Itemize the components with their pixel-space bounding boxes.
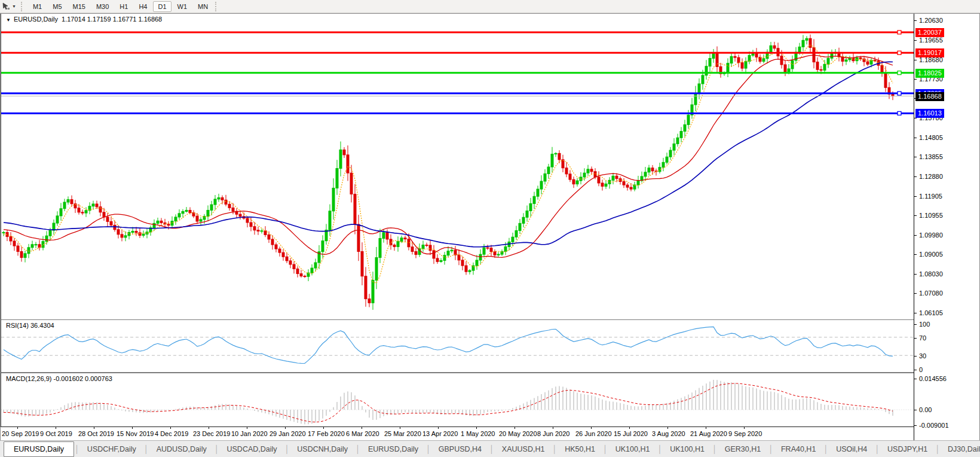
date-tick-8: [323, 427, 324, 429]
chart-tab-uk100-h1[interactable]: UK100,H1: [663, 443, 712, 456]
chart-tab-xauusd-h1[interactable]: XAUUSD,H1: [495, 443, 552, 456]
chart-tab-usdcnh-daily[interactable]: USDCNH,Daily: [290, 443, 355, 456]
date-label-13: 20 May 2020: [499, 430, 537, 437]
toolbar-grip-end: [215, 2, 218, 11]
candles-layer: [2, 35, 894, 310]
price-tick-0-tick: [914, 20, 917, 21]
date-tick-4: [170, 427, 171, 429]
chart-tab-fra40-h1[interactable]: FRA40,H1: [774, 443, 823, 456]
macd-panel[interactable]: MACD(12,26,9) -0.001602 0.000763: [1, 372, 914, 426]
tab-separator: │: [602, 445, 608, 453]
tab-separator: │: [657, 445, 663, 453]
rsi-label: RSI(14) 36.4304: [6, 322, 54, 329]
price-axis[interactable]: 1.206301.196551.186801.177301.167551.157…: [914, 14, 979, 441]
price-tick-7: 1.13855: [919, 153, 943, 161]
date-axis[interactable]: 20 Sep 20199 Oct 201928 Oct 201915 Nov 2…: [1, 426, 914, 441]
timeframe-button-h1[interactable]: H1: [115, 1, 133, 12]
timeframe-buttons: M1M5M15M30H1H4D1W1MN: [27, 1, 213, 12]
price-tick-6-tick: [914, 138, 917, 138]
price-tick-12-tick: [914, 254, 917, 255]
chart-tab-usdcad-daily[interactable]: USDCAD,Daily: [219, 443, 284, 456]
date-label-2: 28 Oct 2019: [78, 430, 114, 437]
date-label-18: 21 Aug 2020: [690, 430, 727, 437]
toolbar-grip: [21, 2, 24, 11]
price-tick-2-tick: [914, 60, 917, 60]
date-label-15: 26 Jun 2020: [575, 430, 612, 437]
chart-tab-eurusd-daily[interactable]: EURUSD,Daily: [4, 441, 74, 457]
chart-tab-hk50-h1[interactable]: HK50,H1: [558, 443, 602, 456]
main-chart-panel[interactable]: ▼EURUSD,Daily 1.17014 1.17159 1.16771 1.…: [1, 14, 914, 319]
price-tick-1: 1.19655: [919, 36, 943, 44]
chart-tab-usdjpy-h1[interactable]: USDJPY,H1: [880, 443, 935, 456]
level-handle-0: [898, 31, 901, 34]
date-tick-11: [438, 427, 439, 429]
price-tick-10-tick: [914, 215, 917, 216]
date-tick-2: [94, 427, 94, 429]
date-tick-12: [476, 427, 477, 429]
chart-tab-bar: EURUSD,Daily│USDCHF,Daily│AUDUSD,Daily│U…: [0, 440, 980, 457]
chart-tab-ger30-h1[interactable]: GER30,H1: [718, 443, 768, 456]
price-tick-6: 1.14805: [919, 133, 943, 142]
ma-mid-line: [4, 55, 893, 257]
level-price-badge-2[interactable]: 1.18025: [915, 69, 944, 78]
rsi-tick-3: 0: [919, 365, 923, 374]
timeframe-button-h4[interactable]: H4: [134, 1, 152, 12]
level-price-badge-0[interactable]: 1.20037: [915, 28, 944, 37]
timeframe-button-m30[interactable]: M30: [91, 1, 114, 12]
chart-tab-eurusd-daily[interactable]: EURUSD,Daily: [361, 443, 425, 456]
macd-label: MACD(12,26,9) -0.001602 0.000763: [6, 375, 112, 382]
rsi-tick-1: 70: [919, 334, 926, 342]
date-label-9: 6 Mar 2020: [346, 430, 379, 437]
date-label-1: 9 Oct 2019: [40, 430, 72, 437]
timeframe-button-m15[interactable]: M15: [68, 1, 90, 12]
timeframe-button-m5[interactable]: M5: [48, 1, 66, 12]
tool-dropdown-caret[interactable]: ▼: [11, 4, 19, 8]
date-tick-7: [285, 427, 286, 429]
chart-tab-usoil-h4[interactable]: USOil,H4: [829, 443, 874, 456]
tab-separator: │: [712, 445, 718, 453]
level-price-badge-1[interactable]: 1.19017: [915, 48, 944, 57]
date-label-10: 25 Mar 2020: [384, 430, 421, 437]
tab-separator: │: [214, 445, 220, 453]
chart-tab-gbpusd-h4[interactable]: GBPUSD,H4: [431, 443, 489, 456]
date-tick-0: [17, 427, 18, 429]
timeframe-button-w1[interactable]: W1: [173, 1, 192, 12]
date-label-17: 3 Aug 2020: [652, 430, 685, 437]
current-price-badge: 1.16868: [915, 92, 944, 101]
candlestick-chart[interactable]: [1, 14, 914, 319]
chart-tab-usdchf-daily[interactable]: USDCHF,Daily: [80, 443, 143, 456]
timeframe-button-m1[interactable]: M1: [28, 1, 47, 12]
chart-tab-uk100-h1[interactable]: UK100,H1: [608, 443, 657, 456]
timeframe-button-mn[interactable]: MN: [193, 1, 213, 12]
cursor-tool-icon[interactable]: [1, 2, 11, 11]
rsi-tick-0-tick: [914, 324, 917, 325]
level-handle-1: [898, 51, 901, 54]
macd-tick-2: -0.009001: [919, 421, 949, 429]
level-price-badge-4[interactable]: 1.16013: [915, 109, 944, 118]
date-label-8: 17 Feb 2020: [308, 430, 345, 437]
macd-chart[interactable]: [1, 373, 914, 426]
price-tick-1-tick: [914, 40, 917, 41]
price-tick-15-tick: [914, 313, 917, 313]
tab-separator: │: [425, 445, 431, 453]
rsi-tick-0: 100: [919, 320, 930, 328]
level-handle-3: [898, 92, 901, 95]
price-tick-3-tick: [914, 79, 917, 80]
date-label-0: 20 Sep 2019: [2, 430, 39, 437]
date-tick-14: [553, 427, 553, 429]
timeframe-button-d1[interactable]: D1: [153, 1, 171, 12]
date-tick-17: [667, 427, 668, 429]
horizontal-levels-layer: [1, 31, 914, 115]
rsi-panel[interactable]: RSI(14) 36.4304: [1, 319, 914, 372]
rsi-chart[interactable]: [1, 320, 914, 371]
cursor-tool-glyph: [2, 2, 10, 10]
price-tick-12: 1.09005: [919, 250, 943, 258]
chart-tab-dj30-daily[interactable]: DJ30,Daily: [941, 443, 980, 456]
chart-tab-audusd-daily[interactable]: AUDUSD,Daily: [149, 443, 214, 456]
tab-separator: │: [74, 445, 80, 453]
chart-title-ohlc: 1.17014 1.17159 1.16771 1.16868: [62, 16, 162, 23]
price-tick-8-tick: [914, 176, 917, 177]
date-label-5: 23 Dec 2019: [193, 430, 230, 437]
macd-histogram-layer: [4, 380, 893, 424]
tab-separator: │: [823, 445, 829, 453]
